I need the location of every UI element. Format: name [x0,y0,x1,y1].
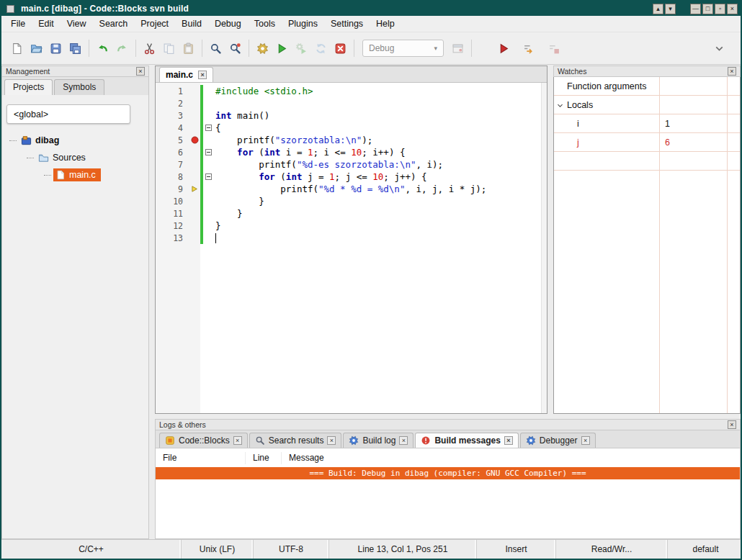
watch-row-i[interactable]: i1 [554,114,740,133]
redo-button[interactable] [112,39,132,58]
log-tab-debugger[interactable]: Debugger× [520,433,596,448]
code-line-13[interactable]: 13 [156,232,547,244]
breakpoint-margin[interactable] [189,122,200,134]
save-button[interactable] [46,39,66,58]
code-editor[interactable]: 1#include <stdio.h>23int main()4{5 print… [156,83,547,413]
titlebar[interactable]: main.c [dibag] - Code::Blocks svn build … [1,1,741,16]
breakpoint-margin[interactable] [189,196,200,207]
breakpoint-margin[interactable] [189,110,200,122]
run-button[interactable] [272,39,292,58]
close-icon[interactable]: × [504,436,513,445]
menu-tools[interactable]: Tools [248,17,282,31]
log-tab-build-log[interactable]: Build log× [343,433,414,448]
build-and-run-button[interactable] [292,39,311,58]
fold-toggle-icon[interactable] [203,125,213,131]
debug-window-button[interactable] [448,39,468,58]
menu-build[interactable]: Build [175,17,208,31]
minimize-button[interactable]: — [690,4,701,14]
menu-project[interactable]: Project [134,17,175,31]
symbol-scope-combobox[interactable]: <global> [6,104,130,124]
close-icon[interactable]: × [198,71,207,79]
close-icon[interactable]: × [728,420,736,429]
tree-item-main-c[interactable]: main.c [5,166,146,184]
find-in-files-button[interactable] [225,39,245,58]
code-line-9[interactable]: 9 printf("%d * %d = %d\n", i, j, i * j); [156,183,547,195]
breakpoint-margin[interactable] [189,208,200,220]
save-all-button[interactable] [66,39,85,58]
close-icon[interactable]: × [581,436,590,445]
copy-button[interactable] [159,39,179,58]
code-line-11[interactable]: 11 } [156,207,547,220]
close-icon[interactable]: × [399,436,408,445]
breakpoint-margin[interactable] [189,98,200,109]
menu-view[interactable]: View [61,17,93,31]
code-line-10[interactable]: 10 } [156,195,547,207]
collapse-chevron-icon[interactable] [556,101,564,109]
breakpoint-margin[interactable] [189,147,200,158]
tab-projects[interactable]: Projects [4,79,53,95]
code-line-2[interactable]: 2 [156,97,547,109]
restore-button[interactable]: ▫ [715,4,725,14]
breakpoint-margin[interactable] [189,171,200,183]
breakpoint-margin[interactable] [189,232,200,244]
watch-row-function-arguments[interactable]: Function arguments [554,77,740,96]
watch-row-j[interactable]: j6 [554,133,740,152]
code-line-3[interactable]: 3int main() [156,109,547,122]
undo-button[interactable] [93,39,112,58]
code-line-7[interactable]: 7 printf("%d-es szorzotabla:\n", i); [156,158,547,171]
breakpoint-margin[interactable] [189,159,200,171]
menu-file[interactable]: File [4,17,32,31]
menu-plugins[interactable]: Plugins [282,17,324,31]
pin-button[interactable]: ▾ [665,4,676,14]
code-line-6[interactable]: 6 for (int i = 1; i <= 10; i++) { [156,146,547,158]
find-button[interactable] [206,39,225,58]
shade-button[interactable]: ▴ [653,4,663,14]
fold-toggle-icon[interactable] [203,149,213,155]
fold-toggle-icon[interactable] [203,173,213,180]
step-over-button[interactable] [519,39,539,58]
code-line-12[interactable]: 12} [156,220,547,232]
menu-help[interactable]: Help [370,17,401,31]
menu-edit[interactable]: Edit [32,17,61,31]
tree-item-dibag[interactable]: dibag [5,132,146,149]
close-button[interactable]: × [727,4,738,14]
build-message-row[interactable]: === Build: Debug in dibag (compiler: GNU… [156,467,740,479]
breakpoint-icon[interactable] [189,135,200,146]
abort-button[interactable] [331,39,350,58]
log-tab-build-messages[interactable]: Build messages× [415,433,518,448]
watch-row-empty[interactable] [554,152,740,171]
open-file-button[interactable] [27,39,46,58]
dropdown-chevron-button[interactable] [710,39,729,58]
paste-button[interactable] [179,39,198,58]
code-line-8[interactable]: 8 for (int j = 1; j <= 10; j++) { [156,171,547,183]
watch-row-locals[interactable]: Locals [554,96,740,114]
menu-debug[interactable]: Debug [208,17,248,31]
breakpoint-margin[interactable] [189,86,200,97]
code-line-1[interactable]: 1#include <stdio.h> [156,85,547,97]
maximize-button[interactable]: □ [702,4,713,14]
editor-tab-main-c[interactable]: main.c × [159,67,213,82]
stop-debugger-button[interactable] [545,39,564,58]
build-log-icon [349,435,359,446]
debug-continue-button[interactable] [494,39,514,58]
log-tab-code-blocks[interactable]: Code::Blocks× [159,433,248,448]
build-button[interactable] [253,39,272,58]
code-line-5[interactable]: 5 printf("szorzotabla:\n"); [156,134,547,146]
cut-button[interactable] [140,39,159,58]
close-icon[interactable]: × [136,67,145,76]
editor-vertical-scrollbar[interactable] [541,83,547,413]
rebuild-button[interactable] [311,39,331,58]
tab-symbols[interactable]: Symbols [54,79,104,95]
redo-icon [116,42,128,55]
close-icon[interactable]: × [327,436,336,445]
new-file-button[interactable] [7,39,27,58]
menu-settings[interactable]: Settings [324,17,370,31]
tree-item-sources[interactable]: Sources [5,149,146,166]
close-icon[interactable]: × [233,436,242,445]
close-icon[interactable]: × [728,67,736,76]
code-line-4[interactable]: 4{ [156,122,547,134]
menu-search[interactable]: Search [93,17,135,31]
build-target-select[interactable]: Debug▾ [362,40,444,57]
log-tab-search-results[interactable]: Search results× [249,433,342,448]
breakpoint-margin[interactable] [189,220,200,232]
